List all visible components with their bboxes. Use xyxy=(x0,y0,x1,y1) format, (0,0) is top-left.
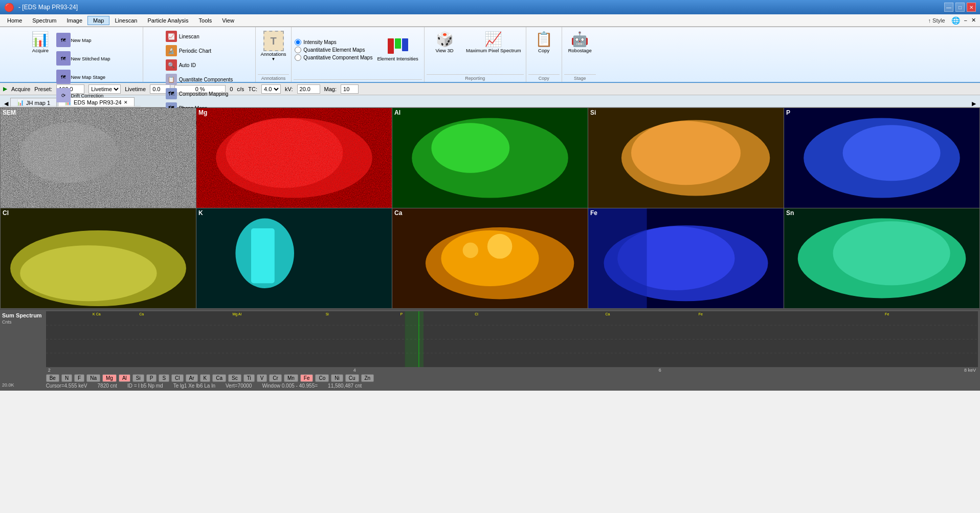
intensity-maps-option[interactable]: Intensity Maps xyxy=(295,39,372,46)
elem-p[interactable]: P xyxy=(146,374,157,382)
intensity-maps-radio[interactable] xyxy=(295,39,301,46)
status-bar: ▶ Acquire Preset: Livetime Livetime 0 % … xyxy=(0,83,980,95)
elem-v[interactable]: V xyxy=(257,374,268,382)
composition-mapping-button[interactable]: 🗺 Composition Mapping xyxy=(162,87,232,101)
mg-label: Mg xyxy=(198,109,207,116)
robostage-button[interactable]: 🤖 Robostage xyxy=(565,29,595,55)
title-text: - [EDS Map PR93-24] xyxy=(18,4,78,11)
spectrum-title: Sum Spectrum xyxy=(2,312,42,318)
si-label: Si xyxy=(590,109,596,116)
elem-ar[interactable]: Ar xyxy=(186,374,198,382)
periodic-chart-button[interactable]: 🔬 Periodic Chart xyxy=(162,44,215,58)
menu-particle-analysis[interactable]: Particle Analysis xyxy=(142,16,193,25)
svg-point-27 xyxy=(487,234,513,259)
ribbon-close-button[interactable]: ✕ xyxy=(969,17,978,24)
ribbon-group-acquiring: 📊 Acquire 🗺 New Map 🗺 New Stitched Map 🗺 xyxy=(0,27,143,82)
new-stage-map-button[interactable]: 🗺 New Map Stage xyxy=(54,68,113,86)
elem-al[interactable]: Al xyxy=(119,374,130,382)
quantitative-element-radio[interactable] xyxy=(295,47,301,53)
mg-image xyxy=(196,108,392,208)
close-button[interactable]: ✕ xyxy=(967,3,976,12)
tabs-next-button[interactable]: ▶ xyxy=(970,100,978,107)
elem-ti[interactable]: Ti xyxy=(243,374,255,382)
quantitate-components-icon: 📋 xyxy=(166,74,177,85)
spectrum-left: Sum Spectrum Cnts 20.0K xyxy=(2,311,42,389)
svg-rect-11 xyxy=(392,108,588,208)
cl-image xyxy=(1,208,196,308)
jh-map-icon: 📊 xyxy=(17,99,24,106)
style-label: ↑ Style xyxy=(924,17,949,24)
menu-tools[interactable]: Tools xyxy=(194,16,217,25)
map-cell-cl: Cl xyxy=(1,208,196,308)
minimize-button[interactable]: — xyxy=(944,3,953,12)
menu-linescan[interactable]: Linescan xyxy=(109,16,142,25)
elem-s[interactable]: S xyxy=(159,374,169,382)
quantitative-component-option[interactable]: Quantitative Component Maps xyxy=(295,54,372,61)
map-cell-fe: Fe xyxy=(588,208,784,308)
elem-n[interactable]: N xyxy=(61,374,72,382)
svg-rect-21 xyxy=(196,208,392,308)
elem-k[interactable]: K xyxy=(200,374,211,382)
new-stitched-map-button[interactable]: 🗺 New Stitched Map xyxy=(54,50,113,67)
elem-zn[interactable]: Zn xyxy=(361,374,374,382)
maximize-button[interactable]: □ xyxy=(955,3,965,12)
svg-rect-32 xyxy=(588,208,647,308)
maximum-pixel-spectrum-button[interactable]: 📈 Maximum Pixel Spectrum xyxy=(463,29,524,55)
menu-view[interactable]: View xyxy=(217,16,239,25)
elem-fe[interactable]: Fe xyxy=(300,374,314,382)
annotations-button[interactable]: T Annotations ▼ xyxy=(258,29,288,63)
menu-home[interactable]: Home xyxy=(2,16,27,25)
tc-select[interactable]: 4.0 xyxy=(261,84,281,94)
menu-image[interactable]: Image xyxy=(61,16,87,25)
quantitate-components-button[interactable]: 📋 Quantitate Components xyxy=(162,72,237,87)
al-image xyxy=(392,108,588,208)
elem-co[interactable]: Co xyxy=(315,374,329,382)
elem-f[interactable]: F xyxy=(74,374,84,382)
elem-cl[interactable]: Cl xyxy=(171,374,183,382)
elem-ca[interactable]: Ca xyxy=(212,374,226,382)
title-bar-controls[interactable]: — □ ✕ xyxy=(944,3,976,12)
quantitative-element-option[interactable]: Quantitative Element Maps xyxy=(295,47,372,53)
map-cell-si: Si xyxy=(588,108,784,208)
menu-spectrum[interactable]: Spectrum xyxy=(27,16,61,25)
elem-cu[interactable]: Cu xyxy=(345,374,359,382)
elem-ni[interactable]: Ni xyxy=(331,374,343,382)
elem-si[interactable]: Si xyxy=(132,374,144,382)
view-3d-button[interactable]: 🎲 View 3D xyxy=(427,29,462,55)
spectrum-x-axis: 2 4 6 8 keV xyxy=(46,367,978,373)
eds-map-close[interactable]: ✕ xyxy=(124,100,128,105)
menu-bar: Home Spectrum Image Map Linescan Particl… xyxy=(0,14,980,27)
tc-label: TC: xyxy=(248,86,257,92)
elem-mg[interactable]: Mg xyxy=(102,374,117,382)
robostage-icon: 🤖 xyxy=(571,31,589,48)
menu-map[interactable]: Map xyxy=(87,16,109,25)
elem-mn[interactable]: Mn xyxy=(284,374,298,382)
linescan-button[interactable]: 📈 Linescan xyxy=(162,29,203,44)
intensity-radio-group: Intensity Maps Quantitative Element Maps… xyxy=(295,31,372,68)
acquire-button[interactable]: 📊 Acquire xyxy=(29,29,52,55)
kv-input[interactable] xyxy=(297,84,320,94)
view-3d-icon: 🎲 xyxy=(436,31,454,48)
elem-na[interactable]: Na xyxy=(86,374,100,382)
new-map-button[interactable]: 🗺 New Map xyxy=(54,31,113,49)
auto-id-button[interactable]: 🔍 Auto ID xyxy=(162,58,199,72)
elem-cr[interactable]: Cr xyxy=(269,374,282,382)
al-label: Al xyxy=(394,109,400,116)
map-cell-ca: Ca xyxy=(392,208,588,308)
copy-button[interactable]: 📋 Copy xyxy=(528,29,559,55)
elem-be[interactable]: Be xyxy=(46,374,59,382)
spectrum-chart-area: K Ca Ca Mg Al Si P Cl Ca Fe Fe 2 4 6 8 k… xyxy=(46,311,978,389)
ribbon-group-stage: 🤖 Robostage Stage xyxy=(562,27,598,82)
sem-image xyxy=(1,108,196,208)
svg-point-28 xyxy=(463,243,478,258)
element-intensities-icon xyxy=(388,38,408,54)
mag-input[interactable] xyxy=(341,84,359,94)
elem-sc[interactable]: Sc xyxy=(228,374,241,382)
p-label: P xyxy=(786,109,790,116)
app-icon: 🔴 xyxy=(4,3,14,12)
ribbon-minimize-button[interactable]: − xyxy=(962,17,969,24)
drift-correction-button[interactable]: ⟳ Drift Correction xyxy=(54,87,113,104)
quantitative-component-radio[interactable] xyxy=(295,54,301,61)
stage-items: 🤖 Robostage xyxy=(565,29,595,74)
element-intensities-button[interactable]: Element Intensities xyxy=(374,37,420,63)
